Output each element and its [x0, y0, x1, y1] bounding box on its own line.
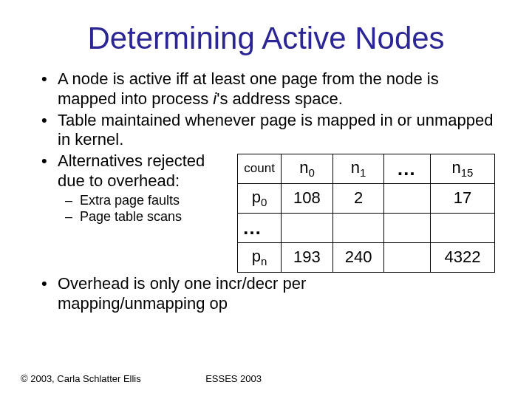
sub-bullet-a: Extra page faults	[58, 193, 231, 209]
sub-bullet-b: Page table scans	[58, 209, 231, 225]
cell: 2	[332, 184, 384, 214]
bullet-1: A node is active iff at least one page f…	[37, 69, 495, 109]
footer: © 2003, Carla Schlatter Ellis ESSES 2003	[21, 373, 511, 384]
col-n1: n1	[332, 154, 384, 184]
cell: 17	[430, 184, 494, 214]
table-row: …	[238, 214, 495, 243]
bullet-list: A node is active iff at least one page f…	[37, 69, 495, 314]
table-row: p0 108 2 17	[238, 184, 495, 214]
bullet-3: Alternatives rejected due to overhead: E…	[37, 151, 495, 273]
footer-center: ESSES 2003	[141, 373, 327, 384]
bullet-2: Table maintained whenever page is mapped…	[37, 111, 495, 151]
count-table: count n0 n1 … n15 p0 108 2 17	[237, 154, 495, 273]
cell: 193	[282, 243, 333, 273]
sub-bullet-list: Extra page faults Page table scans	[58, 193, 231, 225]
cell: 4322	[430, 243, 494, 273]
slide-title: Determining Active Nodes	[0, 0, 532, 69]
copyright: © 2003, Carla Schlatter Ellis	[21, 373, 141, 384]
col-n15: n15	[430, 154, 494, 184]
table-row: count n0 n1 … n15	[238, 154, 495, 184]
table-row: pn 193 240 4322	[238, 243, 495, 273]
bullet-1-post: 's address space.	[216, 89, 343, 108]
cell	[430, 214, 494, 243]
cell: 108	[282, 184, 333, 214]
bullet-3-text: Alternatives rejected due to overhead:	[58, 151, 205, 190]
cell: 240	[332, 243, 384, 273]
row-p0: p0	[238, 184, 282, 214]
cell	[384, 214, 431, 243]
cell	[384, 243, 431, 273]
col-ellipsis: …	[384, 154, 431, 184]
bullet-4: Overhead is only one incr/decr per mappi…	[37, 274, 347, 314]
row-ellipsis: …	[238, 214, 282, 243]
hdr-count: count	[238, 154, 282, 184]
slide-body: A node is active iff at least one page f…	[0, 69, 532, 314]
cell	[332, 214, 384, 243]
col-n0: n0	[282, 154, 333, 184]
cell	[282, 214, 333, 243]
row-pn: pn	[238, 243, 282, 273]
cell	[384, 184, 431, 214]
